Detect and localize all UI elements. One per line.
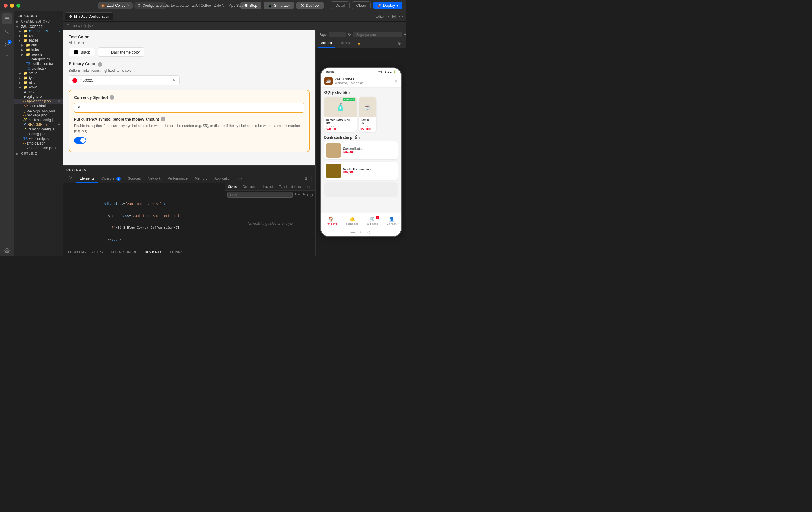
styles-tab-more[interactable]: >> bbox=[304, 184, 314, 190]
outline-toggle[interactable]: ▶ OUTLINE bbox=[14, 152, 62, 156]
tree-item-css[interactable]: ▶ 📁 css bbox=[14, 33, 62, 38]
nav-item-notification[interactable]: 🔔 Thông báo bbox=[346, 216, 358, 225]
bottom-tab-problems[interactable]: PROBLEMS bbox=[65, 249, 89, 255]
styles-tab-computed[interactable]: Computed bbox=[240, 184, 260, 190]
tab-close-icon[interactable]: ✕ bbox=[127, 3, 130, 7]
tree-item-tailwind[interactable]: ▶ JS tailwind.config.js bbox=[14, 127, 62, 132]
close-btn[interactable] bbox=[3, 3, 8, 8]
tree-item-zmp-cli[interactable]: ▶ {} zmp-cli.json bbox=[14, 141, 62, 146]
preview-settings-icon[interactable]: ⚙ bbox=[395, 39, 404, 48]
styles-cls-btn[interactable]: .cls bbox=[301, 193, 305, 197]
devtools-tab-elements[interactable]: Elements bbox=[76, 175, 98, 183]
primary-color-title: Primary Color bbox=[69, 61, 96, 66]
editor-tab-config[interactable]: ⚙ Mini App Configuration bbox=[65, 12, 113, 20]
tree-item-static[interactable]: ▶ 📁 static bbox=[14, 71, 62, 76]
tree-item-package-lock[interactable]: ▶ {} package-lock.json bbox=[14, 108, 62, 113]
devtools-settings-icon[interactable]: ⚙ bbox=[304, 177, 308, 181]
devtools-collapse-icon[interactable]: — bbox=[308, 167, 312, 172]
phone-list-item-2[interactable]: Mocha Frappuccino $45,000 bbox=[324, 162, 398, 180]
devtools-tab-console[interactable]: Console 1 bbox=[98, 175, 124, 183]
more-options-icon[interactable]: ⋯ bbox=[398, 13, 404, 20]
sidebar-icon-extensions[interactable] bbox=[2, 52, 12, 63]
tree-item-index-html[interactable]: ▶ </> index.html bbox=[14, 104, 62, 108]
bottom-tab-debug[interactable]: DEBUG CONSOLE bbox=[108, 249, 142, 255]
tree-item-index[interactable]: ▶ 📁 index bbox=[14, 47, 62, 52]
preview-page-params-input[interactable] bbox=[353, 32, 402, 37]
black-color-button[interactable]: Black bbox=[69, 48, 95, 56]
tab-zaui-coffee[interactable]: ☕ ZaUI Coffee ✕ bbox=[98, 2, 133, 9]
devtools-tab-sources[interactable]: Sources bbox=[124, 175, 144, 183]
tree-item-notification[interactable]: ▶ TS notification.tsx bbox=[14, 61, 62, 66]
tree-item-profile[interactable]: ▶ TS profile.tsx bbox=[14, 66, 62, 71]
split-editor-icon[interactable]: ⊞ bbox=[392, 13, 396, 20]
nav-item-cart[interactable]: 🛒 2 Giỏ hàng bbox=[367, 216, 378, 225]
nav-item-profile[interactable]: 👤 Cá nhân bbox=[387, 216, 397, 225]
sidebar-icon-settings[interactable] bbox=[2, 245, 12, 256]
tree-item-readme[interactable]: ▶ M README.md M bbox=[14, 122, 62, 127]
tree-item-category[interactable]: ▶ TS category.tsx bbox=[14, 57, 62, 61]
phone-close-icon[interactable]: ✕ bbox=[394, 79, 398, 83]
styles-tab-styles[interactable]: Styles bbox=[225, 184, 240, 190]
opened-editors-toggle[interactable]: ▶ OPENED EDITORS bbox=[14, 19, 62, 23]
detail-button[interactable]: Detail bbox=[331, 1, 349, 9]
currency-symbol-input[interactable] bbox=[74, 103, 304, 113]
tree-item-zmp-template[interactable]: ▶ {} zmp-template.json bbox=[14, 146, 62, 151]
tree-item-tsconfig[interactable]: ▶ {} tsconfig.json bbox=[14, 132, 62, 136]
tree-item-components[interactable]: ▶ 📁 components • bbox=[14, 29, 62, 33]
devtools-popout-icon[interactable]: ⤢ bbox=[302, 167, 306, 172]
bottom-tab-terminal[interactable]: TERMINAL bbox=[165, 249, 187, 255]
devtools-tab-memory[interactable]: Memory bbox=[191, 175, 211, 183]
deploy-button[interactable]: 🚀 Deploy ▾ bbox=[373, 2, 403, 9]
tree-item-gitignore[interactable]: ▶ ◆ .gitignore bbox=[14, 94, 62, 99]
refresh-icon[interactable]: ↻ bbox=[348, 32, 351, 37]
phone-product-card-1[interactable]: 🧴 GIẢM 20% Corner Coffee siêu HOT $25,00… bbox=[324, 97, 357, 132]
nav-item-home[interactable]: 🏠 Trang chủ bbox=[325, 216, 337, 225]
maximize-btn[interactable] bbox=[17, 3, 21, 8]
clean-button[interactable]: Clean bbox=[352, 1, 371, 9]
sidebar-icon-search[interactable] bbox=[2, 26, 12, 37]
tree-item-vite[interactable]: ▶ TS vite.config.ts bbox=[14, 136, 62, 141]
tree-item-env[interactable]: ▶ ⚙ .env bbox=[14, 89, 62, 94]
minimize-btn[interactable] bbox=[10, 3, 14, 8]
bottom-tab-output[interactable]: OUTPUT bbox=[89, 249, 108, 255]
devtools-tab-network[interactable]: Network bbox=[144, 175, 164, 183]
styles-panel-icon[interactable]: ⊡ bbox=[310, 193, 313, 197]
sidebar-icon-files[interactable] bbox=[2, 14, 12, 24]
devtools-more-tabs-icon[interactable]: >> bbox=[235, 175, 244, 183]
styles-hov-btn[interactable]: :hov bbox=[294, 193, 300, 197]
phone-list-item-1[interactable]: Caramel Latte $35,000 bbox=[324, 141, 398, 159]
tree-item-package[interactable]: ▶ {} package.json bbox=[14, 113, 62, 117]
devtools-more-icon[interactable]: ⋮ bbox=[309, 177, 313, 181]
sidebar-icon-source-control[interactable]: 9 bbox=[2, 39, 12, 50]
project-toggle[interactable]: ▾ ZAUI-COFFEE bbox=[14, 25, 62, 29]
tree-item-postcss[interactable]: ▶ JS postcss.config.js bbox=[14, 117, 62, 122]
preview-localhost-tab[interactable]: localhost bbox=[335, 39, 353, 48]
styles-tab-event-listeners[interactable]: Event Listeners bbox=[276, 184, 304, 190]
clear-color-button[interactable]: ✕ bbox=[172, 78, 176, 83]
devtools-tab-cursor[interactable] bbox=[65, 174, 76, 183]
tree-item-app-config[interactable]: ▶ {} app-config.json M bbox=[14, 99, 62, 104]
devtools-tab-performance[interactable]: Performance bbox=[164, 175, 191, 183]
styles-add-btn[interactable]: + bbox=[306, 193, 309, 197]
simulator-button[interactable]: 📱 Simulator bbox=[264, 2, 294, 9]
tree-item-www[interactable]: ▶ 📁 www bbox=[14, 85, 62, 89]
devtools-tab-application[interactable]: Application bbox=[211, 175, 235, 183]
tree-item-search[interactable]: ▶ 📁 search bbox=[14, 52, 62, 57]
devtool-button[interactable]: 🛠 DevTool bbox=[296, 2, 324, 9]
tree-item-cart[interactable]: ▶ 📁 cart bbox=[14, 43, 62, 47]
bottom-tab-devtools[interactable]: DEVTOOLS bbox=[142, 249, 165, 255]
phone-menu-icon[interactable]: ⋯ bbox=[387, 79, 392, 83]
dark-theme-button[interactable]: ＋ + Dark theme color bbox=[98, 47, 144, 57]
tree-item-utils[interactable]: ▶ 📁 utils bbox=[14, 80, 62, 85]
preview-page-input[interactable] bbox=[328, 32, 346, 37]
styles-filter-input[interactable] bbox=[227, 192, 293, 198]
preview-android-tab[interactable]: Android bbox=[318, 39, 335, 48]
tree-item-types[interactable]: ▶ 📁 types bbox=[14, 76, 62, 80]
phone-product-card-2[interactable]: ☕ Combo Hi... $57,000 $50,000 bbox=[359, 97, 376, 132]
editor-dropdown-icon[interactable]: ▾ bbox=[387, 14, 389, 19]
right-panel: ⚙ Mini App Configuration Editor ▾ ⊞ ⋯ { … bbox=[63, 11, 406, 256]
styles-tab-layout[interactable]: Layout bbox=[260, 184, 276, 190]
tree-item-pages[interactable]: ▾ 📂 pages bbox=[14, 38, 62, 43]
put-before-toggle[interactable] bbox=[74, 137, 86, 144]
add-param-icon[interactable]: + bbox=[404, 32, 406, 37]
